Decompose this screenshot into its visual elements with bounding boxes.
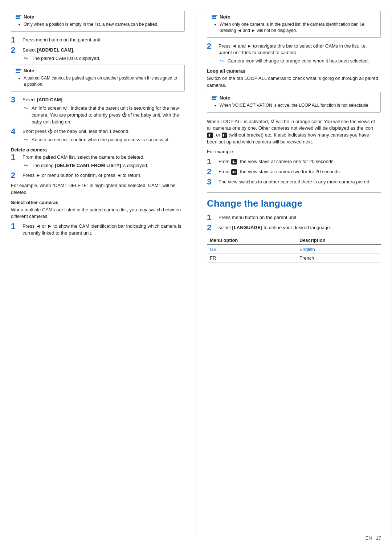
loop-body: When LOOP ALL is activated, ↺ will be in… [207,118,381,146]
loop-step-2: 2 From ▮2, the view stays at camera two … [207,169,381,176]
note-box-1: Note Only when a position is empty in th… [11,11,185,32]
delete-step-2: 2 Press ► or menu button to confirm, or … [11,172,185,179]
delete-arrow-text-1: The dialog [DELETE CAM1 FROM LIST?] is d… [32,162,148,169]
select-step-content-1: Press ◄ or ► to show the CAM identificat… [23,223,185,237]
step-num-1: 1 [11,36,21,44]
right-step-arrow-2: ↪ Camera icon will change to orange colo… [219,58,381,65]
table-cell-gb-option: GB [207,245,297,254]
select-heading: Select other cameras [11,200,185,205]
footer-page: 17 [376,535,381,541]
loop-step-content-3: The view switches to another camera if t… [219,179,381,186]
step-text-1: Press menu button on the parent unit. [23,37,102,42]
delete-step-content-1: From the paired CAM list, select the cam… [23,154,185,169]
lang-step-content-2: select [LANGUAGE] to define your desired… [219,224,381,231]
table-header-menu: Menu option [207,236,297,245]
right-note-item-2: When VOICE ACTIVATION is active, the LOO… [220,102,376,109]
right-note-icon-1 [212,15,217,19]
step-num-3: 3 [11,96,21,104]
select-step-text-1: Press ◄ or ► to show the CAM identificat… [23,223,181,236]
loop-step-3: 3 The view switches to another camera if… [207,179,381,186]
right-note-header-2: Note [212,95,376,101]
bracket-cam2-icon: ▮2 [231,169,237,175]
lang-step-1: 1 Press menu button on the parent unit [207,214,381,222]
right-arrow-text-2: Camera icon will change to orange color … [228,58,369,65]
note-box-2: Note A paired CAM cannot be paired again… [11,65,185,92]
bracket-cam1-icon: ▮1 [231,159,237,165]
loop-step-num-1: 1 [207,158,217,166]
right-arrow-sym-2: ↪ [220,58,226,65]
step-num-4: 4 [11,127,21,135]
arrow-sym-2: ↪ [24,55,30,62]
note-title-2: Note [24,68,34,73]
lang-step-content-1: Press menu button on the parent unit [219,214,381,221]
lang-step-2: 2 select [LANGUAGE] to define your desir… [207,224,381,232]
right-note-body-1: When only one camera is in the paired li… [212,21,376,34]
select-para: When multiple CAMs are listed in the pai… [11,207,185,220]
loop-step-content-2: From ▮2, the view stays at camera two fo… [219,169,381,175]
language-table: Menu option Description GB English FR Fr… [207,236,381,263]
note-header-2: Note [16,68,180,73]
arrow-text-4: An info screen will confirm when the pai… [32,137,170,143]
loop-step-text-2: From ▮2, the view stays at camera two fo… [219,169,341,174]
note-item-2: A paired CAM cannot be paired again on a… [24,75,180,88]
delete-step-text-1: From the paired CAM list, select the cam… [23,154,144,160]
arrow-sym-3: ↪ [24,105,30,112]
note-title-1: Note [24,14,34,20]
right-step-num-2: 2 [207,42,217,50]
step-text-2: Select [ADD/DEL CAM]. [23,47,74,53]
right-note-box-2: Note When VOICE ACTIVATION is active, th… [207,92,381,113]
note-body-2: A paired CAM cannot be paired again on a… [16,75,180,88]
step-arrow-4: ↪ An info screen will confirm when the p… [23,137,185,143]
lang-step-num-1: 1 [207,214,217,222]
lang-step-num-2: 2 [207,224,217,232]
step-num-2: 2 [11,46,21,54]
page-footer: EN 17 [366,535,381,541]
step-arrow-3: ↪ An info screen will indicate that the … [23,105,185,126]
table-row-fr: FR French [207,253,381,262]
footer-lang: EN [366,535,372,541]
select-step-num-1: 1 [11,222,21,230]
right-step-2: 2 Press ◄ and ► to navigate this bar to … [207,43,381,65]
right-note-title-2: Note [220,95,230,101]
right-note-item-1: When only one camera is in the paired li… [220,21,376,34]
section-divider [207,192,381,193]
right-note-box-1: Note When only one camera is in the pair… [207,11,381,38]
loop-step-num-3: 3 [207,178,217,186]
delete-step-content-2: Press ► or menu button to confirm, or pr… [23,172,185,179]
right-step-content-2: Press ◄ and ► to navigate this bar to se… [219,43,381,65]
cam1-icon: ▮1 [207,133,213,138]
step-3: 3 Select [ADD CAM]. ↪ An info screen wil… [11,97,185,125]
step-2: 2 Select [ADD/DEL CAM]. ↪ The paired CAM… [11,47,185,62]
delete-step-1: 1 From the paired CAM list, select the c… [11,154,185,169]
loop-step-text-3: The view switches to another camera if t… [219,179,371,184]
arrow-sym-4: ↪ [24,137,30,143]
step-1: 1 Press menu button on the parent unit. [11,37,185,44]
arrow-text-3: An info screen will indicate that the pa… [32,105,185,126]
note-icon-1 [16,15,21,19]
delete-step-num-2: 2 [11,171,21,179]
right-note-icon-2 [212,96,217,100]
lang-step-text-1: Press menu button on the parent unit [219,215,296,220]
right-column: Note When only one camera is in the pair… [196,11,392,533]
step-content-3: Select [ADD CAM]. ↪ An info screen will … [23,97,185,125]
table-row-gb: GB English [207,245,381,254]
delete-step-num-1: 1 [11,153,21,161]
loop-step-content-1: From ▮1, the view stays at camera one fo… [219,158,381,165]
step-content-4: Short press ⏻ of the baby unit, less tha… [23,128,185,143]
note-icon-2 [16,69,21,73]
table-cell-fr-desc: French [297,253,381,262]
loop-step-num-2: 2 [207,168,217,176]
left-column: Note Only when a position is empty in th… [0,11,196,533]
step-content-2: Select [ADD/DEL CAM]. ↪ The paired CAM l… [23,47,185,62]
step-4: 4 Short press ⏻ of the baby unit, less t… [11,128,185,143]
note-header-1: Note [16,14,180,20]
arrow-text-2: The paired CAM list is displayed. [32,55,100,62]
right-note-header-1: Note [212,14,376,20]
step-content-1: Press menu button on the parent unit. [23,37,185,44]
right-step-text-2: Press ◄ and ► to navigate this bar to se… [219,43,367,56]
delete-heading: Delete a camera [11,147,185,153]
delete-step-arrow-1: ↪ The dialog [DELETE CAM1 FROM LIST?] is… [23,162,185,169]
loop-step-text-1: From ▮1, the view stays at camera one fo… [219,159,335,164]
change-lang-heading: Change the language [207,198,381,209]
note-body-1: Only when a position is empty in the lis… [16,21,180,28]
